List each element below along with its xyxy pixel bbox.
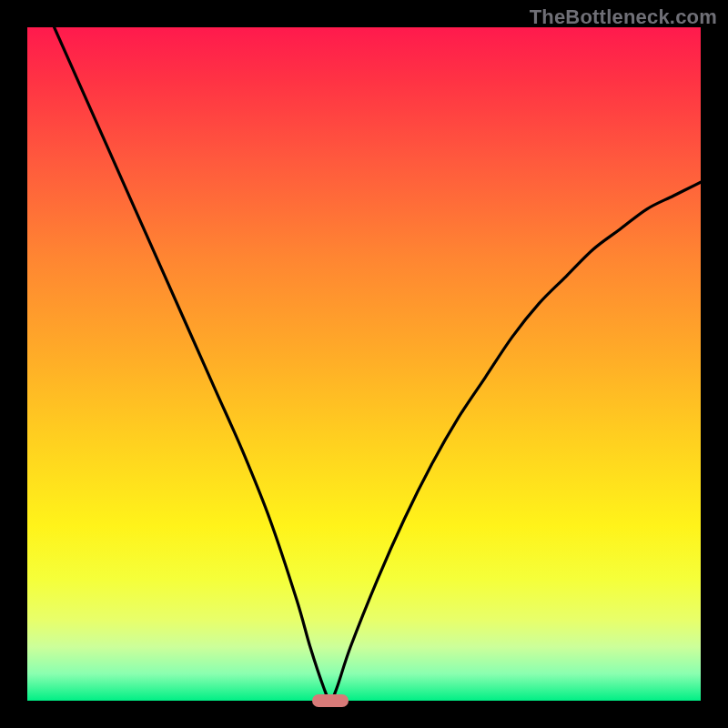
plot-area [27,27,701,701]
chart-frame: TheBottleneck.com [0,0,728,728]
watermark-text: TheBottleneck.com [530,5,717,29]
bottleneck-curve [27,27,701,701]
optimum-marker [312,694,349,707]
